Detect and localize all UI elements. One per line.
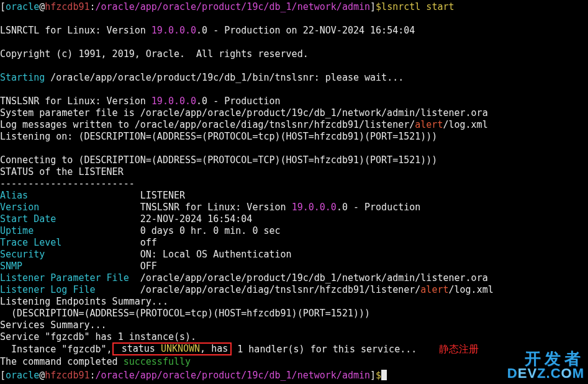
- prompt2-bracket-close: ]: [370, 370, 376, 381]
- completed-word: successfully: [124, 356, 191, 367]
- listening-on-line: Listening on: (DESCRIPTION=(ADDRESS=(PRO…: [0, 131, 437, 142]
- prompt2-bracket: [: [0, 370, 6, 381]
- row-version-pre: TNSLSNR for Linux: Version: [140, 202, 292, 213]
- row-alias-label: Alias: [0, 190, 140, 201]
- row-trace-label: Trace Level: [0, 237, 140, 248]
- row-alias-value: LISTENER: [140, 190, 185, 201]
- tnslsnr-header-pre: TNSLSNR for Linux: Version: [0, 96, 152, 107]
- service-line: Service "fgzcdb" has 1 instance(s).: [0, 331, 196, 342]
- completed-pre: The command completed: [0, 356, 124, 367]
- row-log-alert: alert: [420, 284, 448, 295]
- row-version-post: .0 - Production: [337, 202, 420, 213]
- lsnrctl-header-version: 19.0.0.0: [152, 25, 196, 36]
- row-param-label: Listener Parameter File: [0, 272, 140, 284]
- row-snmp-value: OFF: [140, 261, 157, 272]
- row-uptime-value: 0 days 0 hr. 0 min. 0 sec: [140, 225, 281, 236]
- status-unknown-post: , has: [200, 343, 228, 354]
- row-log-post: /log.xml: [448, 284, 493, 295]
- row-log-label: Listener Log File: [0, 284, 140, 295]
- annotation-static-register: 静态注册: [439, 344, 479, 354]
- status-header: STATUS of the LISTENER: [0, 166, 124, 177]
- logmsg-alert: alert: [415, 119, 443, 130]
- prompt-bracket: [: [0, 1, 6, 12]
- prompt2-at: @: [39, 370, 45, 381]
- prompt2-dollar: $: [376, 370, 381, 381]
- prompt-colon: :: [90, 1, 96, 12]
- status-unknown-word: UNKNOWN: [161, 343, 200, 354]
- prompt-path: /oracle/app/oracle/product/19c/db_1/netw…: [96, 1, 371, 12]
- row-uptime-label: Uptime: [0, 225, 140, 236]
- row-security-label: Security: [0, 249, 140, 260]
- status-unknown-box: status UNKNOWN, has: [112, 342, 232, 355]
- row-log-pre: /oracle/app/oracle/diag/tnslsnr/hfzcdb91…: [140, 284, 421, 295]
- prompt2-user: oracle: [6, 370, 39, 381]
- lsnrctl-header-pre: LSNRCTL for Linux: Version: [0, 25, 152, 36]
- row-start-value: 22-NOV-2024 16:54:04: [140, 213, 253, 225]
- prompt-dollar: $: [376, 1, 381, 12]
- row-param-value: /oracle/app/oracle/product/19c/db_1/netw…: [140, 272, 488, 284]
- prompt2-path: /oracle/app/oracle/product/19c/db_1/netw…: [96, 370, 371, 381]
- services-header: Services Summary...: [0, 319, 107, 331]
- row-trace-value: off: [140, 237, 157, 248]
- logmsg-pre: Log messages written to /oracle/app/orac…: [0, 119, 415, 130]
- endpoint-1: (DESCRIPTION=(ADDRESS=(PROTOCOL=tcp)(HOS…: [0, 308, 370, 319]
- row-version-label: Version: [0, 202, 140, 213]
- prompt2-host: hfzcdb91: [45, 370, 89, 381]
- instance-pre: Instance "fgzcdb",: [0, 344, 112, 355]
- copyright-line: Copyright (c) 1991, 2019, Oracle. All ri…: [0, 48, 309, 60]
- instance-rest: 1 handler(s) for this service...: [232, 344, 417, 355]
- lsnrctl-header-post: .0 - Production on 22-NOV-2024 16:54:04: [196, 25, 415, 36]
- row-snmp-label: SNMP: [0, 261, 140, 272]
- starting-label: Starting: [0, 72, 45, 83]
- row-start-label: Start Date: [0, 213, 140, 225]
- connecting-line: Connecting to (DESCRIPTION=(ADDRESS=(PRO…: [0, 154, 437, 166]
- tnslsnr-version: 19.0.0.0: [152, 96, 196, 107]
- prompt2-colon: :: [90, 370, 96, 381]
- starting-path: /oracle/app/oracle/product/19c/db_1/bin/…: [45, 72, 404, 83]
- row-security-value: ON: Local OS Authentication: [140, 249, 292, 260]
- sys-param-line: System parameter file is /oracle/app/ora…: [0, 107, 488, 118]
- row-version-ver: 19.0.0.0: [292, 202, 337, 213]
- dashes: ------------------------: [0, 178, 135, 189]
- endpoints-header: Listening Endpoints Summary...: [0, 296, 168, 307]
- status-unknown-pre: status: [116, 343, 161, 354]
- prompt-at: @: [39, 1, 45, 12]
- cursor[interactable]: [381, 370, 387, 380]
- terminal-output[interactable]: [oracle@hfzcdb91:/oracle/app/oracle/prod…: [0, 0, 588, 382]
- tnslsnr-header-post: .0 - Production: [196, 96, 280, 107]
- prompt-bracket-close: ]: [370, 1, 376, 12]
- prompt-host: hfzcdb91: [45, 1, 89, 12]
- command-lsnrctl: lsnrctl start: [381, 1, 454, 12]
- prompt-user: oracle: [6, 1, 39, 12]
- logmsg-post: /log.xml: [443, 119, 487, 130]
